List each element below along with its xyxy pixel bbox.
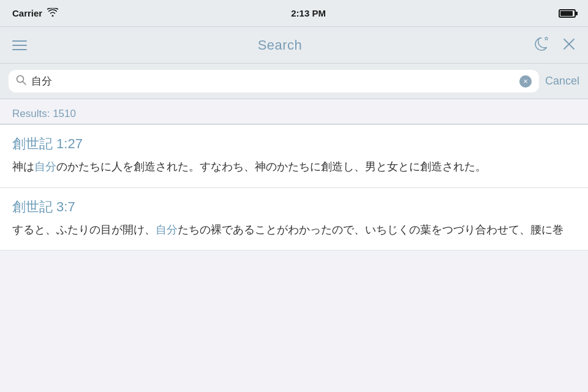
wifi-icon [47, 8, 58, 18]
result-item[interactable]: 創世記 1:27 神は自分のかたちに人を創造された。すなわち、神のかたちに創造し… [0, 124, 588, 188]
hamburger-menu-icon[interactable] [12, 40, 27, 50]
highlight-word: 自分 [156, 224, 178, 236]
nav-right [533, 36, 576, 55]
result-item[interactable]: 創世記 3:7 すると、ふたりの目が開け、自分たちの裸であることがわかったので、… [0, 188, 588, 251]
cancel-search-button[interactable]: Cancel [545, 72, 579, 90]
svg-line-3 [23, 81, 26, 85]
nav-bar: Search [0, 27, 588, 64]
carrier-label: Carrier [12, 8, 42, 18]
night-mode-icon[interactable] [533, 36, 551, 55]
result-reference: 創世記 3:7 [12, 198, 576, 216]
close-icon[interactable] [562, 37, 576, 53]
result-text: すると、ふたりの目が開け、自分たちの裸であることがわかったので、いちじくの葉をつ… [12, 221, 576, 239]
clear-search-button[interactable]: × [519, 75, 532, 88]
status-right [559, 9, 576, 18]
status-time: 2:13 PM [291, 8, 326, 18]
results-count: Results: 1510 [12, 108, 76, 119]
battery-icon [559, 9, 576, 18]
result-text: 神は自分のかたちに人を創造された。すなわち、神のかたちに創造し、男と女とに創造さ… [12, 158, 576, 176]
search-input[interactable] [31, 75, 514, 88]
status-bar: Carrier 2:13 PM [0, 0, 588, 27]
nav-left [12, 40, 27, 50]
nav-title: Search [258, 37, 303, 53]
status-carrier: Carrier [12, 8, 58, 18]
results-list: 創世記 1:27 神は自分のかたちに人を創造された。すなわち、神のかたちに創造し… [0, 124, 588, 251]
highlight-word: 自分 [34, 160, 56, 173]
search-magnifier-icon [16, 75, 26, 88]
search-input-wrapper: × [9, 70, 539, 92]
search-bar-container: × Cancel [0, 64, 588, 99]
results-container: Results: 1510 [0, 99, 588, 124]
result-reference: 創世記 1:27 [12, 135, 576, 153]
